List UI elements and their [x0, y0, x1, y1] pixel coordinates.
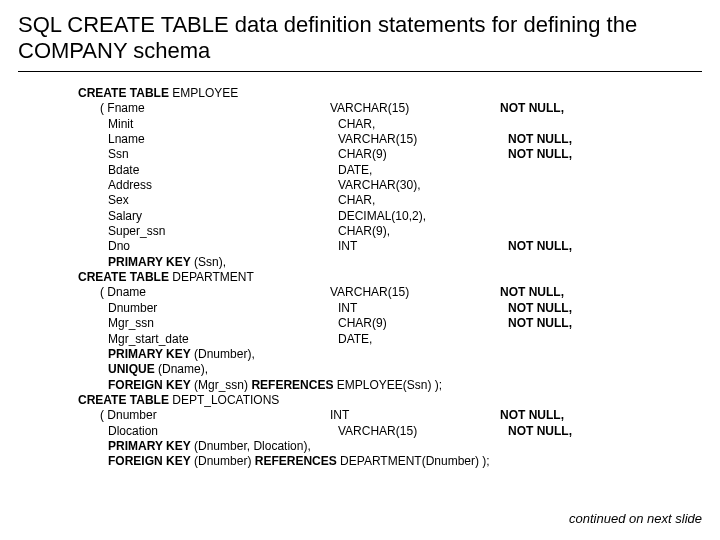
title-rule: [18, 71, 702, 72]
col-name: Fname: [107, 101, 144, 115]
col-row: Mgr_ssnCHAR(9)NOT NULL,: [78, 316, 702, 331]
uq-cols: (Dname),: [158, 362, 208, 376]
col-type: INT: [330, 408, 500, 423]
col-row: SexCHAR,: [78, 193, 702, 208]
col-row: DnoINTNOT NULL,: [78, 239, 702, 254]
col-constraint: NOT NULL,: [500, 408, 620, 423]
primary-key-row: PRIMARY KEY (Ssn),: [78, 255, 702, 270]
kw-foreign-key: FOREIGN KEY: [108, 378, 191, 392]
col-name: Mgr_ssn: [78, 316, 338, 331]
col-name: Salary: [78, 209, 338, 224]
col-name: Ssn: [78, 147, 338, 162]
col-type: CHAR,: [338, 193, 508, 208]
col-type: CHAR,: [338, 117, 508, 132]
col-constraint: NOT NULL,: [508, 147, 628, 162]
foreign-key-row: FOREIGN KEY (Mgr_ssn) REFERENCES EMPLOYE…: [78, 378, 702, 393]
kw-create-table: CREATE TABLE: [78, 86, 169, 101]
col-constraint: NOT NULL,: [508, 316, 628, 331]
col-type: CHAR(9): [338, 147, 508, 162]
col-row: BdateDATE,: [78, 163, 702, 178]
fk-cols: (Dnumber): [194, 454, 251, 468]
kw-unique: UNIQUE: [108, 362, 155, 376]
foreign-key-row: FOREIGN KEY (Dnumber) REFERENCES DEPARTM…: [78, 454, 702, 469]
col-type: VARCHAR(15): [338, 424, 508, 439]
create-table-employee: CREATE TABLE EMPLOYEE: [78, 86, 702, 101]
kw-foreign-key: FOREIGN KEY: [108, 454, 191, 468]
col-type: VARCHAR(15): [330, 101, 500, 116]
pk-cols: (Dnumber),: [194, 347, 255, 361]
kw-references: REFERENCES: [255, 454, 337, 468]
col-type: CHAR(9): [338, 316, 508, 331]
col-name: Dnumber: [78, 301, 338, 316]
footer-note: continued on next slide: [569, 511, 702, 526]
col-name: Lname: [78, 132, 338, 147]
col-type: VARCHAR(15): [330, 285, 500, 300]
col-row: Mgr_start_dateDATE,: [78, 332, 702, 347]
col-type: DATE,: [338, 332, 508, 347]
col-row: LnameVARCHAR(15)NOT NULL,: [78, 132, 702, 147]
col-type: INT: [338, 239, 508, 254]
slide: SQL CREATE TABLE data definition stateme…: [0, 0, 720, 540]
col-type: DATE,: [338, 163, 508, 178]
primary-key-row: PRIMARY KEY (Dnumber),: [78, 347, 702, 362]
slide-title: SQL CREATE TABLE data definition stateme…: [18, 12, 702, 65]
col-constraint: NOT NULL,: [508, 132, 628, 147]
fk-cols: (Mgr_ssn): [194, 378, 248, 392]
col-type: DECIMAL(10,2),: [338, 209, 508, 224]
ref-target: EMPLOYEE(Ssn) );: [337, 378, 442, 392]
col-name: Dname: [107, 285, 146, 299]
col-name: Minit: [78, 117, 338, 132]
col-name: Dlocation: [78, 424, 338, 439]
col-row: ( Fname VARCHAR(15) NOT NULL,: [78, 101, 702, 116]
col-row: AddressVARCHAR(30),: [78, 178, 702, 193]
table-name: DEPT_LOCATIONS: [172, 393, 279, 408]
col-row: DlocationVARCHAR(15)NOT NULL,: [78, 424, 702, 439]
col-row: ( DnameVARCHAR(15)NOT NULL,: [78, 285, 702, 300]
kw-primary-key: PRIMARY KEY: [108, 255, 191, 269]
col-row: MinitCHAR,: [78, 117, 702, 132]
col-constraint: NOT NULL,: [508, 239, 628, 254]
col-row: SalaryDECIMAL(10,2),: [78, 209, 702, 224]
col-constraint: NOT NULL,: [508, 424, 628, 439]
col-name: Mgr_start_date: [78, 332, 338, 347]
ref-target: DEPARTMENT(Dnumber) );: [340, 454, 490, 468]
col-row: DnumberINTNOT NULL,: [78, 301, 702, 316]
kw-primary-key: PRIMARY KEY: [108, 439, 191, 453]
col-name: Dnumber: [107, 408, 156, 422]
col-row: Super_ssnCHAR(9),: [78, 224, 702, 239]
pk-cols: (Ssn),: [194, 255, 226, 269]
col-name: Super_ssn: [78, 224, 338, 239]
pk-cols: (Dnumber, Dlocation),: [194, 439, 311, 453]
kw-create-table: CREATE TABLE: [78, 270, 169, 285]
col-type: CHAR(9),: [338, 224, 508, 239]
table-name: EMPLOYEE: [172, 86, 238, 101]
sql-code-block: CREATE TABLE EMPLOYEE ( Fname VARCHAR(15…: [78, 86, 702, 470]
col-constraint: NOT NULL,: [500, 285, 620, 300]
col-type: VARCHAR(15): [338, 132, 508, 147]
kw-create-table: CREATE TABLE: [78, 393, 169, 408]
col-name: Dno: [78, 239, 338, 254]
unique-row: UNIQUE (Dname),: [78, 362, 702, 377]
col-row: ( DnumberINTNOT NULL,: [78, 408, 702, 423]
col-name: Bdate: [78, 163, 338, 178]
col-type: VARCHAR(30),: [338, 178, 508, 193]
create-table-dept-locations: CREATE TABLE DEPT_LOCATIONS: [78, 393, 702, 408]
col-name: Sex: [78, 193, 338, 208]
primary-key-row: PRIMARY KEY (Dnumber, Dlocation),: [78, 439, 702, 454]
col-row: SsnCHAR(9)NOT NULL,: [78, 147, 702, 162]
col-constraint: NOT NULL,: [500, 101, 620, 116]
table-name: DEPARTMENT: [172, 270, 254, 285]
col-type: INT: [338, 301, 508, 316]
col-constraint: NOT NULL,: [508, 301, 628, 316]
col-constraint: [508, 117, 628, 132]
create-table-department: CREATE TABLE DEPARTMENT: [78, 270, 702, 285]
kw-primary-key: PRIMARY KEY: [108, 347, 191, 361]
col-name: Address: [78, 178, 338, 193]
kw-references: REFERENCES: [251, 378, 333, 392]
